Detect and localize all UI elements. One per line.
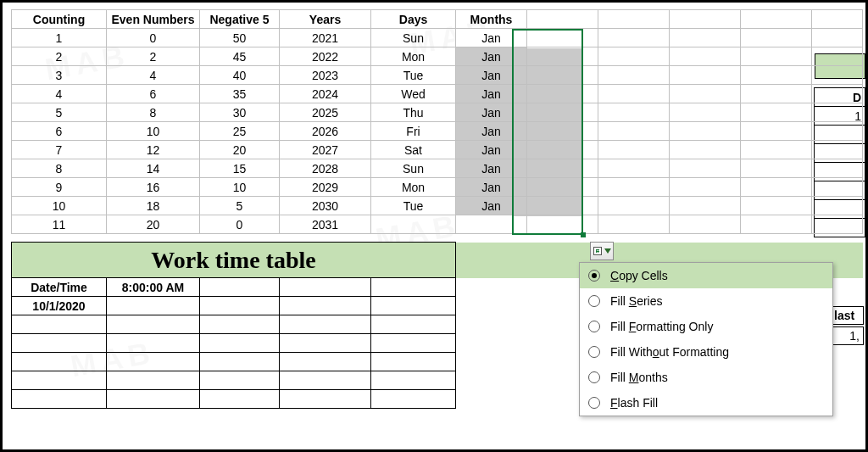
cell[interactable]: 4 <box>12 85 107 103</box>
cell[interactable]: 45 <box>200 47 280 66</box>
cell[interactable]: 2 <box>12 47 107 66</box>
cell[interactable] <box>527 197 598 215</box>
cell[interactable] <box>107 390 200 409</box>
cell[interactable]: 30 <box>200 103 280 122</box>
cell-month[interactable]: Jan <box>456 141 527 159</box>
cell[interactable] <box>741 29 812 47</box>
cell[interactable] <box>670 66 741 85</box>
cell[interactable] <box>741 197 812 215</box>
cell[interactable]: 35 <box>200 85 280 103</box>
cell[interactable] <box>200 353 280 371</box>
cell[interactable] <box>741 66 812 85</box>
cell-month[interactable]: Jan <box>456 178 527 197</box>
cell[interactable] <box>280 334 371 353</box>
spreadsheet-area[interactable]: MAB MAB MAB MAB MAB Counting Even Number… <box>3 3 865 449</box>
cell[interactable]: 50 <box>200 29 280 47</box>
autofill-menu[interactable]: Copy Cells Fill Series Fill Formatting O… <box>579 262 833 416</box>
cell[interactable]: 2023 <box>280 66 371 85</box>
cell[interactable] <box>598 215 670 234</box>
cell[interactable]: 15 <box>200 159 280 178</box>
cell[interactable] <box>598 141 670 159</box>
cell[interactable] <box>371 353 456 371</box>
cell[interactable]: 0 <box>107 29 200 47</box>
cell[interactable]: 2 <box>107 47 200 66</box>
cell[interactable] <box>812 10 863 29</box>
cell[interactable] <box>812 159 863 178</box>
cell[interactable] <box>670 85 741 103</box>
cell[interactable] <box>812 29 863 47</box>
cell[interactable] <box>527 85 598 103</box>
menu-item-fill-series[interactable]: Fill Series <box>580 288 832 314</box>
cell[interactable]: 1 <box>12 29 107 47</box>
cell[interactable] <box>741 85 812 103</box>
cell-month[interactable]: Jan <box>456 197 527 215</box>
cell[interactable]: Sun <box>371 29 456 47</box>
cell[interactable] <box>741 103 812 122</box>
cell[interactable] <box>200 315 280 334</box>
cell[interactable] <box>280 297 371 315</box>
cell-month[interactable] <box>456 215 527 234</box>
cell[interactable]: 14 <box>107 159 200 178</box>
cell[interactable]: 16 <box>107 178 200 197</box>
cell[interactable]: 3 <box>12 66 107 85</box>
cell[interactable] <box>12 353 107 371</box>
header-months[interactable]: Months <box>456 10 527 29</box>
cell[interactable] <box>741 10 812 29</box>
cell[interactable] <box>527 178 598 197</box>
menu-item-flash-fill[interactable]: Flash Fill <box>580 390 832 416</box>
cell[interactable]: Sun <box>371 159 456 178</box>
cell[interactable] <box>670 197 741 215</box>
cell[interactable]: 20 <box>107 215 200 234</box>
cell[interactable] <box>280 315 371 334</box>
cell[interactable] <box>670 178 741 197</box>
cell[interactable] <box>371 334 456 353</box>
cell[interactable] <box>598 103 670 122</box>
cell[interactable] <box>527 159 598 178</box>
cell[interactable] <box>812 178 863 197</box>
cell[interactable]: 5 <box>12 103 107 122</box>
cell[interactable]: 10 <box>107 122 200 141</box>
cell[interactable] <box>371 278 456 297</box>
cell[interactable] <box>527 215 598 234</box>
cell[interactable]: 2027 <box>280 141 371 159</box>
cell[interactable] <box>670 10 741 29</box>
cell[interactable]: 6 <box>12 122 107 141</box>
cell[interactable] <box>670 141 741 159</box>
cell[interactable]: 2031 <box>280 215 371 234</box>
cell[interactable] <box>670 215 741 234</box>
cell[interactable]: Wed <box>371 85 456 103</box>
cell[interactable] <box>812 103 863 122</box>
menu-item-fill-formatting-only[interactable]: Fill Formatting Only <box>580 314 832 339</box>
cell[interactable]: Fri <box>371 122 456 141</box>
cell[interactable]: 5 <box>200 197 280 215</box>
cell[interactable] <box>200 390 280 409</box>
date-time-header[interactable]: Date/Time <box>12 278 107 297</box>
cell[interactable] <box>200 278 280 297</box>
cell[interactable] <box>371 315 456 334</box>
cell[interactable] <box>812 66 863 85</box>
cell[interactable] <box>598 10 670 29</box>
cell-month[interactable]: Jan <box>456 85 527 103</box>
cell[interactable]: Mon <box>371 47 456 66</box>
cell[interactable] <box>200 334 280 353</box>
cell[interactable]: 40 <box>200 66 280 85</box>
cell[interactable] <box>527 10 598 29</box>
cell[interactable] <box>812 47 863 66</box>
cell[interactable] <box>107 334 200 353</box>
cell[interactable] <box>12 390 107 409</box>
cell[interactable] <box>670 159 741 178</box>
cell[interactable] <box>741 141 812 159</box>
cell[interactable] <box>107 371 200 390</box>
autofill-options-button[interactable] <box>590 242 614 260</box>
cell[interactable] <box>12 315 107 334</box>
cell[interactable]: 2030 <box>280 197 371 215</box>
cell-month[interactable]: Jan <box>456 29 527 47</box>
cell[interactable] <box>280 353 371 371</box>
cell[interactable] <box>107 297 200 315</box>
cell[interactable]: 11 <box>12 215 107 234</box>
cell[interactable]: 6 <box>107 85 200 103</box>
cell[interactable] <box>670 29 741 47</box>
cell[interactable] <box>670 103 741 122</box>
cell[interactable] <box>812 215 863 234</box>
cell-month[interactable]: Jan <box>456 66 527 85</box>
